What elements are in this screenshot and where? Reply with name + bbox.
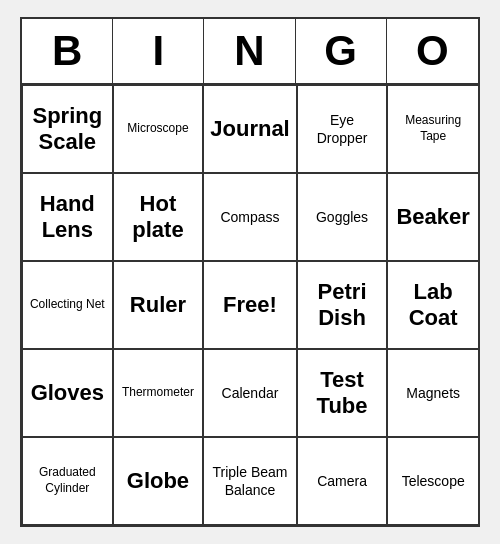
cell-r2-c3: Petri Dish	[297, 261, 388, 349]
cell-r3-c3: Test Tube	[297, 349, 388, 437]
cell-r0-c2: Journal	[203, 85, 296, 173]
bingo-grid: Spring ScaleMicroscopeJournalEye Dropper…	[22, 85, 478, 525]
bingo-header: BINGO	[22, 19, 478, 85]
cell-r2-c2: Free!	[203, 261, 296, 349]
cell-r0-c0: Spring Scale	[22, 85, 113, 173]
cell-r4-c4: Telescope	[387, 437, 478, 525]
cell-r1-c2: Compass	[203, 173, 296, 261]
cell-r3-c1: Thermometer	[113, 349, 204, 437]
cell-r4-c1: Globe	[113, 437, 204, 525]
bingo-letter: O	[387, 19, 478, 83]
cell-r3-c0: Gloves	[22, 349, 113, 437]
cell-r1-c3: Goggles	[297, 173, 388, 261]
cell-r0-c3: Eye Dropper	[297, 85, 388, 173]
cell-r4-c3: Camera	[297, 437, 388, 525]
cell-r3-c4: Magnets	[387, 349, 478, 437]
cell-r3-c2: Calendar	[203, 349, 296, 437]
bingo-letter: N	[204, 19, 295, 83]
bingo-letter: B	[22, 19, 113, 83]
cell-r2-c4: Lab Coat	[387, 261, 478, 349]
cell-r4-c2: Triple Beam Balance	[203, 437, 296, 525]
cell-r4-c0: Graduated Cylinder	[22, 437, 113, 525]
cell-r1-c4: Beaker	[387, 173, 478, 261]
bingo-letter: I	[113, 19, 204, 83]
bingo-letter: G	[296, 19, 387, 83]
cell-r1-c1: Hot plate	[113, 173, 204, 261]
cell-r0-c4: Measuring Tape	[387, 85, 478, 173]
bingo-card: BINGO Spring ScaleMicroscopeJournalEye D…	[20, 17, 480, 527]
cell-r2-c1: Ruler	[113, 261, 204, 349]
cell-r0-c1: Microscope	[113, 85, 204, 173]
cell-r2-c0: Collecting Net	[22, 261, 113, 349]
cell-r1-c0: Hand Lens	[22, 173, 113, 261]
